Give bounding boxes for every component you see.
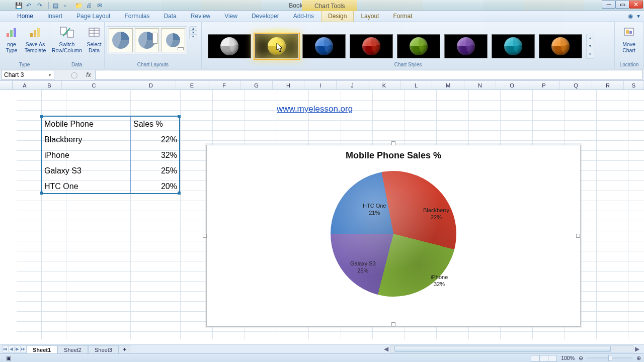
name-box-value: Chart 3 [4, 71, 24, 78]
normal-view-button[interactable] [531, 355, 540, 361]
sheet-tab-2[interactable]: Sheet2 [57, 345, 88, 354]
tab-layout[interactable]: Layout [354, 11, 386, 22]
tab-review[interactable]: Review [184, 11, 217, 22]
tab-developer[interactable]: Developer [245, 11, 286, 22]
zoom-in-button[interactable]: ⊕ [636, 355, 641, 361]
layout-option-3[interactable] [161, 28, 185, 52]
column-header-R[interactable]: R [592, 81, 624, 89]
save-as-template-button[interactable]: Save As Template [23, 23, 47, 54]
tab-add-ins[interactable]: Add-Ins [286, 11, 321, 22]
column-header-I[interactable]: I [304, 81, 337, 89]
column-header-M[interactable]: M [432, 81, 464, 89]
data-label[interactable]: Galaxy S325% [350, 260, 376, 275]
tab-page-layout[interactable]: Page Layout [69, 11, 117, 22]
maximize-button[interactable]: ▭ [615, 1, 629, 9]
help-icon[interactable]: ◉ [628, 13, 633, 20]
column-header-A[interactable]: A [13, 81, 37, 89]
data-label[interactable]: iPhone32% [431, 274, 448, 288]
tab-design[interactable]: Design [321, 11, 354, 22]
page-layout-view-button[interactable] [539, 355, 548, 361]
quick-print-icon[interactable]: 🖨 [86, 2, 93, 9]
chart-style-8[interactable] [539, 34, 582, 58]
column-header-Q[interactable]: Q [560, 81, 592, 89]
column-header-E[interactable]: E [176, 81, 208, 89]
redo-icon[interactable]: ↷ [37, 2, 44, 9]
horizontal-scrollbar[interactable] [390, 345, 633, 352]
column-header-L[interactable]: L [400, 81, 432, 89]
record-macro-icon[interactable]: ▣ [6, 355, 11, 361]
data-label[interactable]: HTC One21% [363, 202, 386, 217]
layouts-scroll-down[interactable]: ▼ [190, 31, 197, 35]
page-break-view-button[interactable] [548, 355, 557, 361]
svg-rect-13 [626, 30, 629, 34]
embedded-chart[interactable]: Mobile Phone Sales %Blackberry22%iPhone3… [206, 145, 581, 327]
undo-icon[interactable]: ↶ [26, 2, 33, 9]
minimize-button[interactable]: ─ [602, 1, 616, 9]
sheet-tab-3[interactable]: Sheet3 [88, 345, 119, 354]
styles-scroll-up[interactable]: ▲ [587, 34, 594, 42]
formula-input[interactable] [95, 70, 642, 80]
chart-title[interactable]: Mobile Phone Sales % [207, 145, 580, 161]
chevron-down-icon[interactable]: ▼ [48, 73, 52, 77]
zoom-level[interactable]: 100% [561, 355, 575, 361]
column-header-F[interactable]: F [208, 81, 240, 89]
data-label[interactable]: Blackberry22% [423, 207, 449, 221]
chart-style-4[interactable] [350, 34, 393, 58]
hscroll-left-icon[interactable]: ◀ [382, 345, 390, 352]
column-header-K[interactable]: K [368, 81, 400, 89]
print-preview-icon[interactable]: ▤ [53, 2, 60, 9]
chart-style-1[interactable] [208, 34, 251, 58]
close-button[interactable]: ✕ [629, 1, 643, 9]
open-icon[interactable]: 📁 [75, 2, 82, 9]
column-header-D[interactable]: D [126, 81, 176, 89]
minimize-ribbon-icon[interactable]: ▾ [637, 13, 640, 20]
cancel-formula-icon[interactable]: ◯ [69, 70, 78, 79]
select-all-corner[interactable] [0, 81, 13, 89]
select-data-button[interactable]: Select Data [85, 23, 104, 54]
styles-more-button[interactable]: ▾ [587, 50, 594, 58]
column-header-S[interactable]: S [624, 81, 644, 89]
column-header-P[interactable]: P [528, 81, 560, 89]
save-icon[interactable]: 💾 [15, 2, 22, 9]
tab-format[interactable]: Format [386, 11, 419, 22]
chart-style-7[interactable] [492, 34, 535, 58]
tab-view[interactable]: View [217, 11, 245, 22]
tab-insert[interactable]: Insert [40, 11, 69, 22]
layouts-more-button[interactable]: ▾ [190, 35, 197, 39]
new-icon[interactable]: ▫ [64, 2, 71, 9]
zoom-slider[interactable] [587, 357, 632, 359]
sheet-tab-1[interactable]: Sheet1 [26, 345, 57, 354]
insert-sheet-button[interactable]: ✦ [119, 345, 130, 354]
column-header-H[interactable]: H [273, 81, 304, 89]
chart-style-6[interactable] [444, 34, 488, 58]
column-header-G[interactable]: G [240, 81, 273, 89]
layout-option-1[interactable] [109, 28, 133, 52]
chart-style-2[interactable] [255, 34, 298, 58]
column-header-O[interactable]: O [496, 81, 528, 89]
chart-layouts-gallery[interactable] [107, 26, 187, 54]
column-header-C[interactable]: C [62, 81, 126, 89]
chart-style-3[interactable] [302, 34, 346, 58]
svg-rect-7 [67, 30, 73, 37]
email-icon[interactable]: ✉ [97, 2, 104, 9]
move-chart-button[interactable]: Move Chart [617, 23, 641, 54]
insert-function-icon[interactable]: fx [84, 70, 93, 79]
worksheet-grid[interactable]: www.myelesson.orgMobile PhoneSales %Blac… [0, 90, 644, 339]
styles-scroll-down[interactable]: ▼ [587, 42, 594, 50]
tab-home[interactable]: Home [10, 11, 40, 22]
zoom-out-button[interactable]: ⊖ [579, 355, 583, 361]
name-box[interactable]: Chart 3 ▼ [2, 70, 54, 80]
quick-access-toolbar: 💾 ↶ ↷ ▤ ▫ 📁 🖨 ✉ [0, 2, 104, 9]
column-header-J[interactable]: J [337, 81, 368, 89]
hyperlink-cell[interactable]: www.myelesson.org [277, 104, 353, 114]
switch-row-column-button[interactable]: Switch Row/Column [51, 23, 83, 54]
layouts-scroll-up[interactable]: ▲ [190, 27, 197, 31]
change-chart-type-button[interactable]: nge Type [2, 23, 21, 54]
layout-option-2[interactable] [135, 28, 159, 52]
tab-data[interactable]: Data [156, 11, 183, 22]
chart-style-5[interactable] [397, 34, 440, 58]
hscroll-right-icon[interactable]: ▶ [633, 345, 641, 352]
column-header-B[interactable]: B [37, 81, 62, 89]
column-header-N[interactable]: N [464, 81, 496, 89]
tab-formulas[interactable]: Formulas [117, 11, 156, 22]
